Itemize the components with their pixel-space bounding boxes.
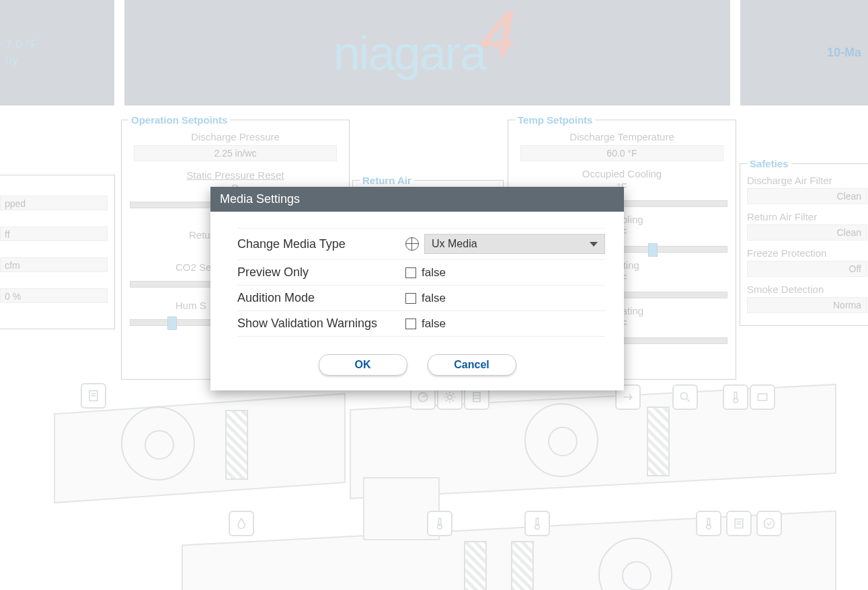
show-validation-label: Show Validation Warnings	[237, 317, 405, 331]
ok-button[interactable]: OK	[319, 354, 407, 376]
row-change-media: Change Media Type Ux Media	[237, 228, 605, 260]
cancel-button[interactable]: Cancel	[428, 354, 516, 376]
preview-only-checkbox[interactable]	[405, 267, 416, 278]
audition-mode-value: false	[422, 292, 446, 305]
show-validation-checkbox[interactable]	[405, 319, 416, 329]
row-preview-only: Preview Only false	[237, 260, 605, 286]
preview-only-value: false	[422, 266, 446, 280]
preview-only-label: Preview Only	[237, 265, 405, 280]
media-type-select[interactable]: Ux Media	[424, 234, 605, 254]
audition-mode-label: Audition Mode	[237, 291, 405, 305]
dialog-title: Media Settings	[210, 187, 624, 212]
change-media-label: Change Media Type	[237, 237, 405, 251]
globe-icon	[405, 237, 419, 251]
media-settings-dialog: Media Settings Change Media Type Ux Medi…	[210, 187, 624, 390]
media-type-value: Ux Media	[432, 238, 477, 250]
show-validation-value: false	[422, 317, 446, 331]
chevron-down-icon	[590, 242, 598, 247]
row-show-validation: Show Validation Warnings false	[237, 311, 605, 337]
audition-mode-checkbox[interactable]	[405, 293, 416, 304]
row-audition-mode: Audition Mode false	[237, 286, 605, 311]
